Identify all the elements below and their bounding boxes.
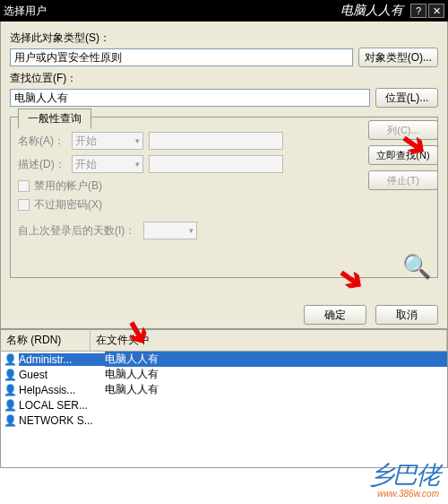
user-icon: 👤 xyxy=(3,369,17,381)
brand-text: 电脑人人有 xyxy=(340,3,403,19)
ok-button[interactable]: 确定 xyxy=(304,305,366,325)
results-header: 名称 (RDN) 在文件夹中 xyxy=(0,329,448,352)
location-input[interactable] xyxy=(10,89,370,107)
location-label: 查找位置(F)： xyxy=(10,71,438,86)
cell-folder: 电脑人人有 xyxy=(105,367,447,382)
objtype-button[interactable]: 对象类型(O)... xyxy=(358,48,438,67)
cell-folder: 电脑人人有 xyxy=(105,382,447,397)
stop-button[interactable]: 停止(T) xyxy=(368,170,438,190)
name-input[interactable] xyxy=(149,132,283,150)
disabled-accounts-checkbox[interactable] xyxy=(18,180,30,192)
right-button-column: 列(C)... 立即查找(N) 停止(T) xyxy=(368,120,438,190)
objtype-label: 选择此对象类型(S)： xyxy=(10,30,438,46)
columns-button[interactable]: 列(C)... xyxy=(368,120,438,140)
watermark-url: www.386w.com xyxy=(369,489,439,499)
col-header-folder[interactable]: 在文件夹中 xyxy=(90,330,447,351)
cell-rdn: LOCAL SER... xyxy=(19,399,105,412)
days-since-login-label: 自上次登录后的天数(I)： xyxy=(18,223,143,239)
chevron-down-icon: ▾ xyxy=(189,226,194,235)
name-combo[interactable]: 开始▾ xyxy=(72,132,143,150)
chevron-down-icon: ▾ xyxy=(135,136,140,145)
objtype-input[interactable] xyxy=(10,48,353,66)
cell-rdn: NETWORK S... xyxy=(19,414,105,427)
noexpire-password-label: 不过期密码(X) xyxy=(34,197,102,213)
user-icon: 👤 xyxy=(3,399,17,412)
desc-label: 描述(D)： xyxy=(18,157,72,172)
window-title: 选择用户 xyxy=(4,4,340,19)
titlebar: 选择用户 电脑人人有 ? ✕ xyxy=(0,0,448,22)
search-icon: 🔍 xyxy=(402,253,431,281)
chevron-down-icon: ▾ xyxy=(135,160,140,169)
results-list[interactable]: 👤Administr...电脑人人有👤Guest电脑人人有👤HelpAssis.… xyxy=(0,352,448,468)
cell-folder: 电脑人人有 xyxy=(105,352,447,367)
disabled-accounts-label: 禁用的帐户(B) xyxy=(34,178,102,194)
user-icon: 👤 xyxy=(3,414,17,427)
noexpire-password-checkbox[interactable] xyxy=(18,199,30,211)
table-row[interactable]: 👤NETWORK S... xyxy=(1,413,447,428)
cell-rdn: Guest xyxy=(19,369,105,381)
table-row[interactable]: 👤HelpAssis...电脑人人有 xyxy=(1,382,447,397)
cancel-button[interactable]: 取消 xyxy=(375,305,438,325)
close-button[interactable]: ✕ xyxy=(428,4,444,18)
find-now-button[interactable]: 立即查找(N) xyxy=(368,145,438,165)
watermark: 乡巴佬 www.386w.com xyxy=(369,458,439,499)
desc-input[interactable] xyxy=(149,155,283,173)
col-header-rdn[interactable]: 名称 (RDN) xyxy=(1,330,90,351)
tab-general-query[interactable]: 一般性查询 xyxy=(18,109,91,129)
table-row[interactable]: 👤Guest电脑人人有 xyxy=(1,367,447,382)
name-label: 名称(A)： xyxy=(18,134,72,149)
days-combo[interactable]: ▾ xyxy=(143,222,197,239)
dialog-body: 选择此对象类型(S)： 对象类型(O)... 查找位置(F)： 位置(L)...… xyxy=(0,22,448,329)
table-row[interactable]: 👤Administr...电脑人人有 xyxy=(1,352,447,367)
cell-rdn: HelpAssis... xyxy=(19,384,105,396)
user-icon: 👤 xyxy=(3,353,17,366)
help-button[interactable]: ? xyxy=(410,4,426,18)
cell-rdn: Administr... xyxy=(19,353,105,366)
desc-combo[interactable]: 开始▾ xyxy=(72,155,143,173)
user-icon: 👤 xyxy=(3,384,17,396)
location-button[interactable]: 位置(L)... xyxy=(375,88,438,108)
watermark-main: 乡巴佬 xyxy=(369,461,439,489)
table-row[interactable]: 👤LOCAL SER... xyxy=(1,397,447,413)
